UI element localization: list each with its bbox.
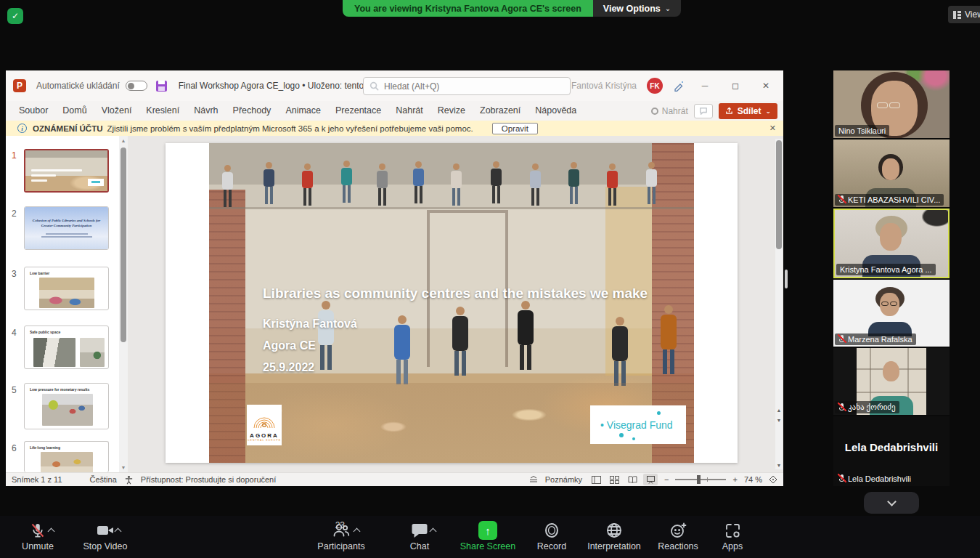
autosave-toggle[interactable] (126, 81, 147, 91)
zoom-slider[interactable] (675, 479, 726, 480)
search-icon (369, 81, 379, 91)
chat-button[interactable]: Chat (391, 520, 449, 551)
zoom-out-icon[interactable]: − (664, 475, 669, 484)
thumbnail-scrollbar[interactable]: ▲ ▼ (119, 136, 128, 472)
share-screen-icon: ↑ (478, 521, 497, 540)
ppt-statusbar: Snímek 1 z 11 Čeština Přístupnost: Prost… (6, 472, 783, 486)
record-button[interactable]: Record (524, 520, 579, 551)
chevron-up-icon[interactable] (115, 528, 122, 535)
slideshow-view-icon[interactable] (643, 474, 658, 485)
notice-close-icon[interactable]: ✕ (769, 124, 776, 133)
current-slide[interactable]: Libraries as community centres and the m… (166, 143, 738, 463)
chevron-up-icon[interactable] (48, 528, 55, 535)
menu-tab-zobrazeni[interactable]: Zobrazení (473, 101, 528, 121)
video-tile-kakha[interactable]: კახა ქორიძე (833, 348, 950, 415)
person-figure (568, 169, 579, 187)
autosave-label: Automatické ukládání (36, 81, 120, 91)
accessibility-icon (124, 475, 134, 485)
slide-text-block: Libraries as community centres and the m… (263, 286, 648, 374)
collapse-videos-button[interactable] (864, 492, 919, 514)
chevron-down-icon: ⌄ (665, 4, 671, 12)
fix-button[interactable]: Opravit (492, 123, 538, 134)
previous-slide-icon[interactable]: ▲ (775, 408, 783, 413)
slide-date: 25.9.2022 (263, 361, 648, 374)
slide-thumbnail-6[interactable]: Life-long learning (24, 441, 109, 472)
normal-view-icon[interactable] (589, 474, 603, 485)
stop-video-button[interactable]: Stop Video (73, 520, 138, 551)
slide-sorter-view-icon[interactable] (607, 474, 621, 485)
scrollbar-thumb[interactable] (776, 140, 782, 249)
menu-tab-kresleni[interactable]: Kreslení (139, 101, 187, 121)
avatar[interactable]: FK (647, 78, 663, 94)
person-figure (646, 169, 657, 187)
menu-tab-domu[interactable]: Domů (55, 101, 94, 121)
participant-name-label: Marzena Rafalska (835, 333, 916, 345)
close-button[interactable]: ✕ (756, 81, 776, 91)
search-input[interactable] (384, 81, 544, 92)
person-figure (264, 169, 274, 187)
chevron-up-icon[interactable] (354, 528, 361, 535)
unmute-button[interactable]: Unmute (9, 520, 67, 551)
muted-mic-icon (838, 335, 845, 344)
fit-slide-icon[interactable] (769, 475, 777, 484)
person-figure (341, 168, 352, 185)
menu-tab-prezentace[interactable]: Prezentace (328, 101, 388, 121)
slide-thumbnail-1[interactable] (24, 149, 109, 193)
share-button[interactable]: Sdílet ⌄ (719, 103, 777, 119)
video-tile-marzena[interactable]: Marzena Rafalska (833, 280, 950, 347)
view-button[interactable]: View (948, 6, 980, 23)
laser-pen-icon[interactable] (673, 80, 685, 92)
slide-thumbnail-2[interactable]: Cohesion of Public Libraries and Schools… (24, 206, 109, 250)
scrollbar-thumb[interactable] (121, 147, 126, 342)
menu-tab-navrh[interactable]: Návrh (187, 101, 225, 121)
security-shield-icon[interactable]: ✓ (7, 8, 23, 24)
reactions-button[interactable]: Reactions (649, 520, 707, 551)
interpretation-button[interactable]: Interpretation (579, 520, 649, 551)
slide-thumbnail-4[interactable]: Safe public space (24, 326, 109, 369)
person-figure (222, 172, 233, 190)
zoom-level[interactable]: 74 % (744, 475, 762, 484)
menu-tab-revize[interactable]: Revize (430, 101, 473, 121)
participant-name-label: Nino Tsiklauri (835, 125, 889, 137)
view-options-button[interactable]: View Options ⌄ (593, 0, 681, 17)
menu-tab-napoveda[interactable]: Nápověda (528, 101, 584, 121)
scroll-up-icon[interactable]: ▲ (119, 138, 128, 143)
video-tile-lela[interactable]: Lela Dedabrishvili Lela Dedabrishvili (833, 416, 950, 486)
menu-tab-animace[interactable]: Animace (278, 101, 328, 121)
restore-button[interactable]: ◻ (725, 81, 746, 91)
user-name: Fantová Kristýna (571, 81, 637, 91)
zoom-in-icon[interactable]: + (732, 475, 737, 484)
zoom-slider-thumb[interactable] (697, 475, 701, 484)
share-screen-button[interactable]: ↑ Share Screen (452, 520, 524, 551)
slide-photo: Libraries as community centres and the m… (209, 143, 694, 463)
thumbnail-1-photo (25, 150, 107, 191)
menu-tab-nahrat[interactable]: Nahrát (388, 101, 430, 121)
scroll-down-icon[interactable]: ▼ (119, 465, 128, 470)
record-presentation-button[interactable]: Nahrát (651, 106, 688, 116)
participants-button[interactable]: 23 Participants (305, 520, 377, 551)
save-icon[interactable] (156, 81, 167, 92)
reading-view-icon[interactable] (625, 474, 640, 485)
thumb-number-3: 3 (12, 269, 17, 279)
menu-tab-soubor[interactable]: Soubor (12, 101, 55, 121)
notes-toggle[interactable]: Poznámky (545, 475, 582, 484)
chevron-up-icon[interactable] (430, 528, 437, 535)
menu-tab-vlozeni[interactable]: Vložení (94, 101, 139, 121)
video-tile-nino[interactable]: Nino Tsiklauri (833, 70, 950, 138)
video-tile-kristyna-active-speaker[interactable]: Kristyna Fantova Agora ... (833, 209, 950, 278)
comments-button[interactable] (694, 104, 713, 118)
apps-button[interactable]: Apps (709, 520, 756, 551)
menu-tab-prechody[interactable]: Přechody (226, 101, 279, 121)
minimize-button[interactable]: ─ (695, 81, 715, 91)
language-indicator[interactable]: Čeština (90, 475, 117, 484)
slide-thumbnail-3[interactable]: Low barrier (24, 267, 109, 310)
slide-scrollbar[interactable]: ▲ ▼ ▼ (775, 139, 783, 469)
video-tile-keti[interactable]: KETI ABAZASHVILI CIV... (833, 140, 950, 207)
slide-thumbnail-5[interactable]: Low pressure for monetary results (24, 383, 109, 429)
panel-resize-handle[interactable] (785, 270, 788, 288)
next-slide-icon[interactable]: ▼ (775, 418, 783, 423)
search-box[interactable] (363, 77, 571, 95)
accessibility-check[interactable]: Přístupnost: Prostudujte si doporučení (141, 475, 277, 484)
participant-name-label: კახა ქორიძე (835, 401, 899, 413)
scroll-down-icon[interactable]: ▼ (775, 463, 783, 468)
